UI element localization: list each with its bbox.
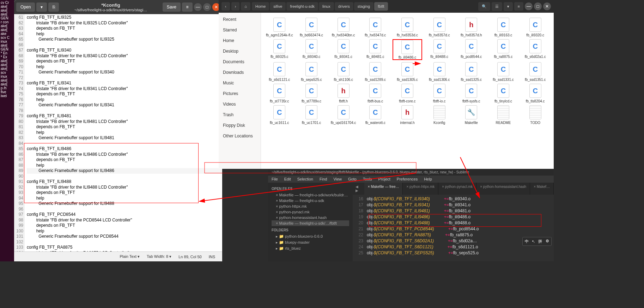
file-item[interactable]: Cfb_seps525.c xyxy=(297,62,327,82)
breadcrumb-item[interactable]: freelight-u-sdk xyxy=(286,2,318,11)
open-file-item[interactable]: × python-homeassistant.hash xyxy=(272,215,349,220)
syntax-selector[interactable]: Plain Text ▾ xyxy=(120,254,140,259)
tab-width-selector[interactable]: Tab Width: 8 ▾ xyxy=(147,254,171,259)
file-item[interactable]: Cfb_hx8347d.c xyxy=(360,18,390,37)
sidebar-item[interactable]: Other Locations xyxy=(219,131,261,141)
editor-tab[interactable]: × Makef… xyxy=(530,183,554,195)
open-dropdown[interactable]: ▾ xyxy=(36,2,47,12)
file-item[interactable]: Cfb_ili9481.c xyxy=(360,39,390,60)
menu-item[interactable]: Preferences xyxy=(397,177,418,181)
file-item[interactable]: Cfb_hx8357d.c xyxy=(424,18,454,37)
file-item[interactable]: Cfbtft-sysfs.c xyxy=(456,84,486,103)
file-item[interactable]: TODO xyxy=(520,105,550,125)
file-item[interactable]: Cfbtft-core.c xyxy=(393,84,423,103)
file-item[interactable]: Cfb_ili9320.c xyxy=(520,18,550,37)
sidebar-item[interactable]: Pictures xyxy=(219,88,261,99)
sublime-code[interactable]: 16obj-$(CONFIG_FB_TFT_ILI9340)+= fb_ili9… xyxy=(353,195,554,261)
folder-item[interactable]: ▸ 📁 rts_bluez xyxy=(272,245,349,251)
folder-item[interactable]: ▸ 📁 bluepy-master xyxy=(272,239,349,245)
open-file-item[interactable]: × Makefile — freelight-u-sdk/…/fbtft xyxy=(272,220,349,226)
files-maximize[interactable]: □ xyxy=(534,2,542,10)
menu-item[interactable]: Edit xyxy=(284,177,291,181)
file-item[interactable]: Cfb_ili9325.c xyxy=(265,39,294,60)
file-item[interactable]: Cfb_waterott.c xyxy=(360,105,390,125)
back-button[interactable]: ‹ xyxy=(221,2,230,11)
sidebar-item[interactable]: Trash xyxy=(219,109,261,120)
editor-tab[interactable]: × python-httpx.mk xyxy=(403,183,438,195)
forward-button[interactable]: › xyxy=(231,2,240,11)
file-item[interactable]: Cfb_ssd1305.c xyxy=(393,62,423,82)
menu-item[interactable]: File xyxy=(272,177,278,181)
sidebar-item[interactable]: Videos xyxy=(219,99,261,109)
file-item[interactable]: Cfb_s6d02a1.c xyxy=(520,39,550,60)
minimize-button[interactable]: — xyxy=(194,3,202,11)
file-item[interactable]: Cfb_ili9488.c xyxy=(424,39,454,60)
file-item[interactable]: Cfb_hx8353d.c xyxy=(393,18,423,37)
gear-icon[interactable]: ⚙ xyxy=(544,238,551,245)
menu-item[interactable]: Selection xyxy=(297,177,313,181)
files-minimize[interactable]: — xyxy=(525,2,533,10)
home-icon[interactable]: ⌂ xyxy=(241,2,250,11)
file-item[interactable]: Cfb_ra8875.c xyxy=(488,39,518,60)
sidebar-item[interactable]: Desktop xyxy=(219,46,261,57)
files-close[interactable]: ✕ xyxy=(543,2,551,10)
file-item[interactable]: hinternal.h xyxy=(393,105,423,125)
hamburger-icon[interactable]: ≡ xyxy=(514,2,523,11)
editor-tab[interactable]: × Makefile — free… xyxy=(364,183,403,195)
ime-indicator[interactable]: 中 •, 拼 ⚙ xyxy=(522,237,552,246)
file-item[interactable]: Cfb_st7735r.c xyxy=(265,84,294,103)
file-item[interactable]: Cfb_ili9163.c xyxy=(488,18,518,37)
file-item[interactable]: Cfb_st7789v.c xyxy=(297,84,327,103)
new-tab-button[interactable]: ⎘ xyxy=(48,2,59,12)
menu-item[interactable]: View xyxy=(333,177,342,181)
file-item[interactable]: Makefile xyxy=(456,105,486,125)
file-item[interactable]: Cfb_agm1264k-fl.c xyxy=(265,18,294,37)
sidebar-item[interactable]: Documents xyxy=(219,57,261,67)
file-item[interactable]: Cfb_pcd8544.c xyxy=(456,39,486,60)
file-item[interactable]: Cfb_ssd1289.c xyxy=(360,62,390,82)
file-item[interactable]: Cfb_tinylcd.c xyxy=(488,84,518,103)
open-file-item[interactable]: × Makefile — freelight-u-sdk xyxy=(272,198,349,203)
view-list-icon[interactable]: ☰ xyxy=(492,2,502,11)
ime-punct[interactable]: •, xyxy=(531,238,536,245)
file-item[interactable]: Cfbtft-bus.c xyxy=(360,84,390,103)
breadcrumb-item[interactable]: Home xyxy=(252,2,269,11)
file-item[interactable]: hfb_hx8357d.h xyxy=(456,18,486,37)
file-item[interactable]: Cfb_ili9340.c xyxy=(297,39,327,60)
ime-lang[interactable]: 中 xyxy=(523,238,530,245)
code-area[interactable]: config FB_TFT_ILI9325 tristate "FB drive… xyxy=(25,14,222,251)
hamburger-menu[interactable]: ≡ xyxy=(182,2,193,12)
sidebar-item[interactable]: Floppy Disk xyxy=(219,120,261,131)
menu-item[interactable]: Help xyxy=(424,177,432,181)
sidebar-item[interactable]: Downloads xyxy=(219,67,261,78)
sidebar-item[interactable]: Recent xyxy=(219,14,261,25)
open-button[interactable]: Open xyxy=(16,2,35,12)
breadcrumb-item[interactable]: fbtft xyxy=(374,2,388,11)
maximize-button[interactable]: □ xyxy=(203,3,211,11)
open-file-item[interactable]: × python-httpx.mk xyxy=(272,203,349,209)
breadcrumb-item[interactable]: sifive xyxy=(270,2,286,11)
save-button[interactable]: Save xyxy=(163,2,181,12)
open-file-item[interactable]: × python-pynacl.mk xyxy=(272,209,349,215)
menu-item[interactable]: Tools xyxy=(363,177,372,181)
editor-tab[interactable]: × python-homeassistant.hash xyxy=(476,183,530,195)
file-item[interactable]: Cfb_uc1611.c xyxy=(265,105,294,125)
sidebar-item[interactable]: Home xyxy=(219,35,261,46)
file-item[interactable]: Cfb_ssd1331.c xyxy=(488,62,518,82)
tab-nav[interactable]: ◀ ▶ xyxy=(353,183,364,195)
file-item[interactable]: Cfb_ssd1351.c xyxy=(520,62,550,82)
view-options[interactable]: ▾ xyxy=(504,2,513,11)
file-item[interactable]: Cfb_ssd1325.c xyxy=(456,62,486,82)
breadcrumb-item[interactable]: staging xyxy=(354,2,373,11)
file-item[interactable]: Cfb_ili9341.c xyxy=(328,39,358,60)
file-item[interactable]: README xyxy=(488,105,518,125)
file-item[interactable]: Cfbtft-io.c xyxy=(424,84,454,103)
editor-tab[interactable]: × python-pynacl.mk xyxy=(438,183,476,195)
sidebar-item[interactable]: Music xyxy=(219,78,261,88)
sidebar-item[interactable]: Starred xyxy=(219,25,261,35)
file-item[interactable]: Cfb_tls8204.c xyxy=(520,84,550,103)
menu-item[interactable]: Find xyxy=(320,177,327,181)
file-item[interactable]: hfbtft.h xyxy=(328,84,358,103)
file-item[interactable]: Cfb_bd663474.c xyxy=(297,18,327,37)
menu-item[interactable]: Goto xyxy=(348,177,357,181)
